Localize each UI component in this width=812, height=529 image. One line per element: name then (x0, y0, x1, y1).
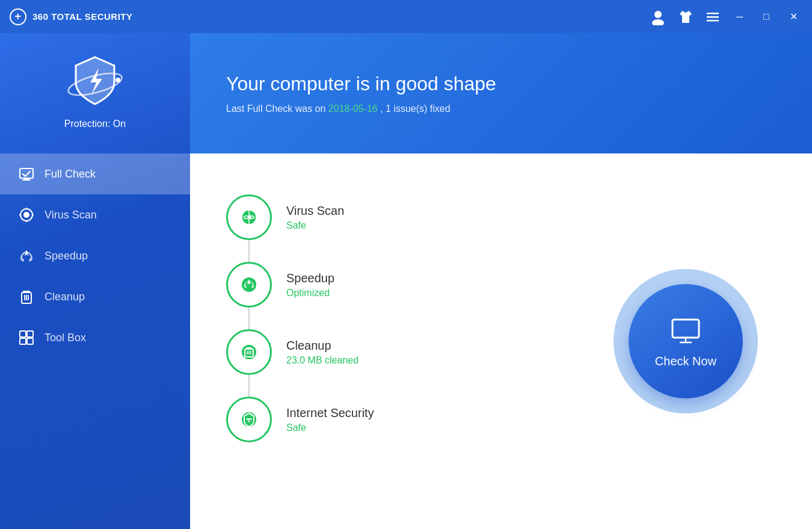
main-layout: Protection: On Full Check (0, 33, 812, 529)
sidebar-item-virus-scan[interactable]: Virus Scan (0, 194, 190, 235)
menu-icon[interactable] (705, 9, 721, 25)
check-now-label: Check Now (655, 354, 716, 368)
internet-security-circle (226, 397, 272, 442)
virus-scan-label: Virus Scan (286, 204, 344, 218)
sidebar-item-label: Speedup (45, 250, 88, 262)
title-bar: + 360 TOTAL SECURITY ─ □ ✕ (0, 0, 812, 33)
svg-point-6 (115, 78, 120, 82)
sidebar-item-label: Tool Box (45, 332, 86, 344)
minimize-button[interactable]: ─ (731, 9, 748, 25)
internet-security-value: Safe (286, 422, 374, 433)
user-icon[interactable] (650, 8, 666, 25)
svg-rect-22 (27, 331, 33, 337)
cleanup-text: Cleanup 23.0 MB cleaned (286, 339, 358, 366)
sidebar-navigation: Full Check Virus Scan (0, 153, 190, 358)
maximize-button[interactable]: □ (758, 9, 774, 25)
virus-scan-value: Safe (286, 220, 344, 231)
sidebar-item-cleanup[interactable]: Cleanup (0, 276, 190, 317)
header-title: Your computer is in good shape (226, 73, 776, 95)
app-title: 360 TOTAL SECURITY (32, 11, 133, 22)
svg-rect-2 (707, 13, 719, 14)
protection-status: Protection: On (64, 119, 126, 129)
status-item-cleanup: Cleanup 23.0 MB cleaned (226, 318, 559, 386)
svg-point-37 (248, 421, 250, 422)
check-now-button[interactable]: Check Now (629, 284, 743, 398)
last-check-date: 2018-05-16 (328, 104, 378, 114)
svg-rect-16 (23, 291, 30, 292)
check-now-wrapper: Check Now (595, 184, 776, 499)
svg-rect-9 (22, 179, 31, 181)
virus-scan-circle (226, 194, 272, 240)
cleanup-label: Cleanup (286, 339, 358, 353)
check-now-outer-ring: Check Now (614, 269, 758, 413)
svg-rect-38 (672, 320, 699, 338)
cleanup-value: 23.0 MB cleaned (286, 355, 358, 366)
svg-rect-4 (707, 20, 719, 22)
content-area: Your computer is in good shape Last Full… (190, 33, 812, 529)
speedup-text: Speedup Optimized (286, 271, 334, 299)
sidebar-item-label: Cleanup (45, 291, 85, 303)
internet-security-label: Internet Security (286, 406, 374, 420)
status-item-internet-security: Internet Security Safe (226, 386, 559, 453)
subtitle-prefix: Last Full Check was on (226, 104, 328, 114)
svg-point-15 (24, 212, 29, 217)
shield-icon (65, 51, 125, 111)
sidebar: Protection: On Full Check (0, 33, 190, 529)
sidebar-logo: Protection: On (64, 51, 126, 129)
virus-scan-text: Virus Scan Safe (286, 204, 344, 231)
cleanup-circle (226, 329, 272, 375)
speedup-label: Speedup (286, 271, 334, 285)
internet-security-text: Internet Security Safe (286, 406, 374, 433)
window-controls: ─ □ ✕ (650, 8, 802, 25)
svg-rect-31 (246, 347, 252, 348)
check-area: Virus Scan Safe Sp (190, 153, 812, 529)
header-banner: Your computer is in good shape Last Full… (190, 33, 812, 153)
svg-rect-3 (707, 16, 719, 18)
svg-point-0 (654, 11, 662, 18)
sidebar-item-tool-box[interactable]: Tool Box (0, 317, 190, 358)
sidebar-item-full-check[interactable]: Full Check (0, 153, 190, 194)
app-logo-icon: + (10, 8, 26, 25)
app-title-area: + 360 TOTAL SECURITY (10, 8, 133, 25)
subtitle-suffix: , 1 issue(s) fixed (378, 104, 451, 114)
speedup-value: Optimized (286, 288, 334, 299)
svg-rect-7 (20, 169, 33, 178)
status-item-virus-scan: Virus Scan Safe (226, 184, 559, 251)
close-button[interactable]: ✕ (785, 8, 802, 25)
header-subtitle: Last Full Check was on 2018-05-16 , 1 is… (226, 104, 776, 114)
theme-icon[interactable] (677, 8, 694, 25)
status-item-speedup: Speedup Optimized (226, 251, 559, 318)
sidebar-item-label: Full Check (45, 168, 96, 181)
svg-rect-21 (20, 331, 26, 337)
status-list: Virus Scan Safe Sp (226, 184, 559, 499)
svg-rect-23 (20, 338, 26, 344)
sidebar-item-speedup[interactable]: Speedup (0, 235, 190, 276)
svg-rect-24 (27, 338, 33, 344)
svg-point-1 (652, 19, 664, 25)
speedup-circle (226, 262, 272, 308)
sidebar-item-label: Virus Scan (45, 209, 97, 221)
